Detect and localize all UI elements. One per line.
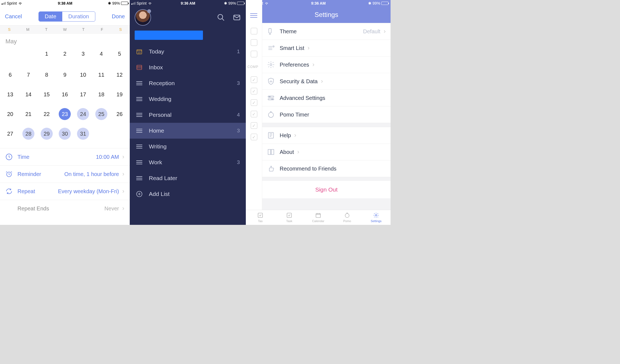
settings-row-smart-list[interactable]: Smart List› — [262, 40, 391, 56]
settings-row-pomo-timer[interactable]: Pomo Timer — [262, 106, 391, 123]
sidebar-item-read-later[interactable]: Read Later — [130, 170, 246, 186]
search-icon[interactable] — [217, 13, 225, 22]
calendar-day[interactable]: 6 — [1, 69, 19, 81]
calendar-day[interactable]: 22 — [37, 108, 56, 120]
calendar-day[interactable]: 8 — [37, 69, 56, 81]
settings-row-security-data[interactable]: Security & Data› — [262, 73, 391, 90]
mail-icon[interactable] — [233, 13, 241, 22]
tab-task[interactable]: Task — [275, 210, 304, 225]
repeat-label: Repeat — [17, 188, 35, 195]
svg-rect-17 — [258, 213, 263, 218]
segment-duration[interactable]: Duration — [62, 12, 95, 21]
calendar-day[interactable]: 15 — [37, 88, 56, 100]
settings-row-about[interactable]: About› — [262, 144, 391, 160]
sidebar-item-home[interactable]: Home3 — [130, 123, 246, 139]
calendar-day[interactable]: 29 — [37, 128, 56, 141]
status-bar: Sprint 9:36 AM ✱ 99% — [130, 0, 246, 7]
bluetooth-icon: ✱ — [368, 1, 371, 5]
calendar-day[interactable]: 19 — [110, 88, 129, 100]
settings-row-preferences[interactable]: Preferences› — [262, 56, 391, 73]
tab-settings[interactable]: Settings — [362, 210, 391, 225]
avatar[interactable] — [135, 9, 151, 26]
calendar-day[interactable]: 25 — [92, 108, 111, 120]
svg-rect-19 — [316, 214, 321, 218]
calendar-day[interactable]: 4 — [92, 48, 111, 61]
settings-row-recommend-to-friends[interactable]: Recommend to Friends — [262, 160, 391, 177]
repeat-ends-row[interactable]: Repeat Ends Never › — [12, 200, 130, 217]
sidebar-item-today[interactable]: 23Today1 — [130, 44, 246, 59]
sidebar-item-label: Personal — [149, 112, 172, 118]
chevron-right-icon: › — [122, 205, 124, 212]
sidebar-item-add-list[interactable]: Add List — [130, 186, 246, 202]
segment-date[interactable]: Date — [39, 12, 62, 21]
sidebar-item-personal[interactable]: Personal4 — [130, 107, 246, 123]
calendar-day[interactable]: 20 — [1, 108, 19, 120]
svg-text:23: 23 — [138, 51, 141, 54]
calendar-day[interactable]: 3 — [74, 48, 92, 61]
tab-calendar[interactable]: Calendar — [304, 210, 333, 225]
time-value: 10:00 AM — [96, 154, 119, 160]
calendar-day[interactable]: 9 — [56, 69, 74, 81]
calendar-day[interactable]: 5 — [110, 48, 129, 61]
calendar-day[interactable]: 27 — [1, 128, 19, 141]
tab-pomo[interactable]: Pomo — [333, 210, 362, 225]
sidebar-item-work[interactable]: Work3 — [130, 154, 246, 170]
calendar-day[interactable]: 23 — [56, 108, 74, 120]
settings-row-help[interactable]: Help› — [262, 127, 391, 144]
list-icon — [136, 80, 143, 87]
settings-row-advanced-settings[interactable]: Advanced Settings — [262, 90, 391, 106]
svg-point-10 — [270, 64, 272, 66]
picker-header: Cancel Date Duration Done — [0, 7, 130, 26]
sidebar-item-inbox[interactable]: Inbox — [130, 59, 246, 75]
carrier-label: Sprint — [253, 1, 263, 5]
chevron-right-icon: › — [308, 44, 309, 52]
calendar-day[interactable]: 1 — [37, 48, 56, 61]
calendar-day[interactable]: 18 — [92, 88, 111, 100]
calendar-day[interactable]: 21 — [19, 108, 38, 120]
calendar-day[interactable]: 11 — [92, 69, 111, 81]
sidebar-item-label: Reception — [149, 80, 175, 86]
repeat-row[interactable]: Repeat Every weekday (Mon-Fri) › — [0, 183, 130, 200]
calendar-day[interactable]: 28 — [19, 128, 38, 141]
calendar-day[interactable]: 2 — [56, 48, 74, 61]
mode-segmented-control[interactable]: Date Duration — [39, 11, 95, 22]
calendar-day[interactable]: 10 — [74, 69, 92, 81]
weekday-label: T — [74, 27, 93, 32]
tab-tas[interactable]: Tas — [246, 210, 275, 225]
svg-point-2 — [218, 14, 223, 19]
sidebar-item-reception[interactable]: Reception3 — [130, 75, 246, 91]
calendar-day[interactable]: 26 — [110, 108, 129, 120]
calendar-day[interactable]: 14 — [19, 88, 38, 100]
pomo-icon — [344, 212, 350, 219]
calendar-day[interactable]: 24 — [74, 108, 92, 120]
done-button[interactable]: Done — [112, 13, 125, 20]
sidebar-item-wedding[interactable]: Wedding — [130, 91, 246, 107]
hamburger-icon[interactable] — [246, 8, 262, 23]
status-time: 9:36 AM — [311, 1, 326, 5]
username-bar[interactable] — [135, 31, 203, 40]
settings-row-label: Recommend to Friends — [280, 166, 336, 172]
signout-button[interactable]: Sign Out — [262, 181, 391, 198]
calendar-day[interactable]: 12 — [110, 69, 129, 81]
calendar-day[interactable]: 7 — [19, 69, 38, 81]
calendar-day[interactable]: 31 — [74, 128, 92, 141]
settings-row-theme[interactable]: ThemeDefault› — [262, 23, 391, 40]
sidebar-item-writing[interactable]: Writing — [130, 139, 246, 154]
calendar-day[interactable]: 16 — [56, 88, 74, 100]
calendar-day[interactable]: 13 — [1, 88, 19, 100]
checkbox-done-icon — [251, 76, 257, 83]
repeat-ends-value: Never — [104, 205, 119, 212]
calendar-day[interactable]: 17 — [74, 88, 92, 100]
settings-row-label: Security & Data — [280, 78, 318, 85]
calendar-day[interactable]: 30 — [56, 128, 74, 141]
bluetooth-icon: ✱ — [108, 1, 111, 5]
settings-row-value: Default — [363, 28, 380, 35]
time-label: Time — [17, 154, 29, 160]
check-icon — [257, 212, 263, 219]
reminder-row[interactable]: Reminder On time, 1 hour before › — [0, 166, 130, 183]
time-row[interactable]: Time 10:00 AM › — [0, 148, 130, 166]
sliders-icon — [267, 94, 275, 102]
cancel-button[interactable]: Cancel — [5, 13, 22, 20]
tab-label: Calendar — [312, 219, 324, 223]
sidebar-item-count: 4 — [237, 112, 240, 118]
